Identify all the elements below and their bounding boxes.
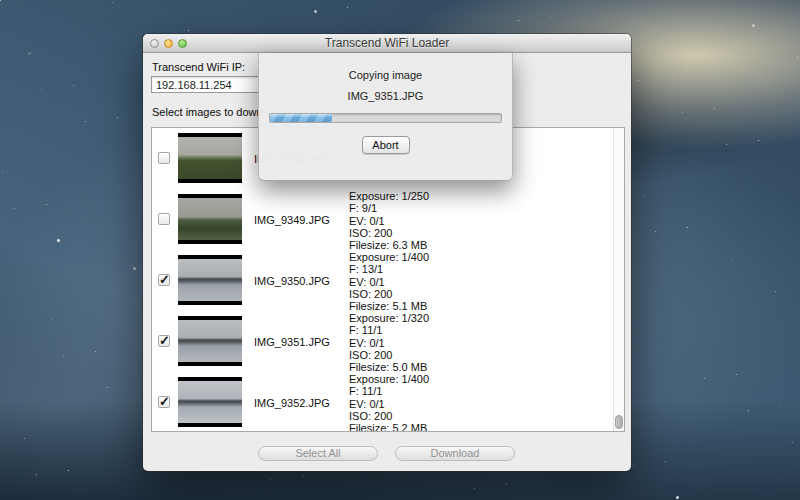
exif-line: EV: 0/1 — [349, 337, 429, 349]
exif-line: F: 9/1 — [349, 202, 429, 214]
close-button[interactable] — [150, 39, 159, 48]
image-filename: IMG_9351.JPG — [254, 336, 330, 348]
image-checkbox[interactable] — [158, 396, 170, 408]
image-filename: IMG_9349.JPG — [254, 214, 330, 226]
image-thumbnail — [178, 255, 242, 305]
image-thumbnail — [178, 133, 242, 183]
scrollbar[interactable] — [613, 128, 624, 431]
exif-line: ISO: 200 — [349, 410, 429, 422]
exif-line: F: 11/1 — [349, 324, 429, 336]
exif-line: Exposure: 1/320 — [349, 312, 429, 324]
starfield — [0, 0, 1, 1]
copy-progress-dialog: Copying image IMG_9351.JPG Abort — [258, 53, 513, 181]
image-row: IMG_9350.JPG Exposure: 1/400F: 13/1EV: 0… — [152, 250, 613, 311]
dialog-title: Copying image — [259, 69, 512, 81]
image-thumbnail — [178, 194, 242, 244]
scrollbar-thumb[interactable] — [615, 415, 623, 429]
image-filename: IMG_9350.JPG — [254, 275, 330, 287]
image-row: IMG_9351.JPG Exposure: 1/320F: 11/1EV: 0… — [152, 311, 613, 372]
image-checkbox[interactable] — [158, 152, 170, 164]
exif-line: EV: 0/1 — [349, 398, 429, 410]
image-row: IMG_9349.JPG Exposure: 1/250F: 9/1EV: 0/… — [152, 189, 613, 250]
image-row: IMG_9352.JPG Exposure: 1/400F: 11/1EV: 0… — [152, 372, 613, 432]
image-exif: Exposure: 1/400F: 13/1EV: 0/1ISO: 200Fil… — [349, 251, 429, 312]
zoom-button[interactable] — [178, 39, 187, 48]
progress-bar — [269, 113, 502, 123]
ip-input[interactable] — [151, 76, 265, 93]
image-thumbnail — [178, 377, 242, 427]
image-exif: Exposure: 1/400F: 11/1EV: 0/1ISO: 200Fil… — [349, 373, 429, 432]
exif-line: F: 11/1 — [349, 385, 429, 397]
exif-line: ISO: 200 — [349, 227, 429, 239]
ip-label: Transcend WiFi IP: — [152, 61, 245, 73]
dialog-filename: IMG_9351.JPG — [259, 90, 512, 102]
exif-line: Exposure: 1/250 — [349, 190, 429, 202]
image-thumbnail — [178, 316, 242, 366]
abort-button[interactable]: Abort — [362, 136, 410, 154]
progress-fill — [270, 114, 332, 122]
select-all-button[interactable]: Select All — [258, 446, 378, 461]
exif-line: F: 13/1 — [349, 263, 429, 275]
image-filename: IMG_9352.JPG — [254, 397, 330, 409]
exif-line: ISO: 200 — [349, 349, 429, 361]
exif-line: EV: 0/1 — [349, 215, 429, 227]
exif-line: Filesize: 5.2 MB — [349, 422, 429, 432]
app-window: Transcend WiFi Loader Transcend WiFi IP:… — [143, 34, 631, 471]
image-exif: Exposure: 1/250F: 9/1EV: 0/1ISO: 200File… — [349, 190, 429, 251]
image-checkbox[interactable] — [158, 335, 170, 347]
exif-line: ISO: 200 — [349, 288, 429, 300]
window-titlebar[interactable]: Transcend WiFi Loader — [143, 34, 631, 53]
minimize-button[interactable] — [164, 39, 173, 48]
exif-line: EV: 0/1 — [349, 276, 429, 288]
image-checkbox[interactable] — [158, 213, 170, 225]
image-checkbox[interactable] — [158, 274, 170, 286]
exif-line: Exposure: 1/400 — [349, 251, 429, 263]
exif-line: Exposure: 1/400 — [349, 373, 429, 385]
download-button[interactable]: Download — [395, 446, 515, 461]
window-title: Transcend WiFi Loader — [143, 34, 631, 53]
image-exif: Exposure: 1/320F: 11/1EV: 0/1ISO: 200Fil… — [349, 312, 429, 373]
